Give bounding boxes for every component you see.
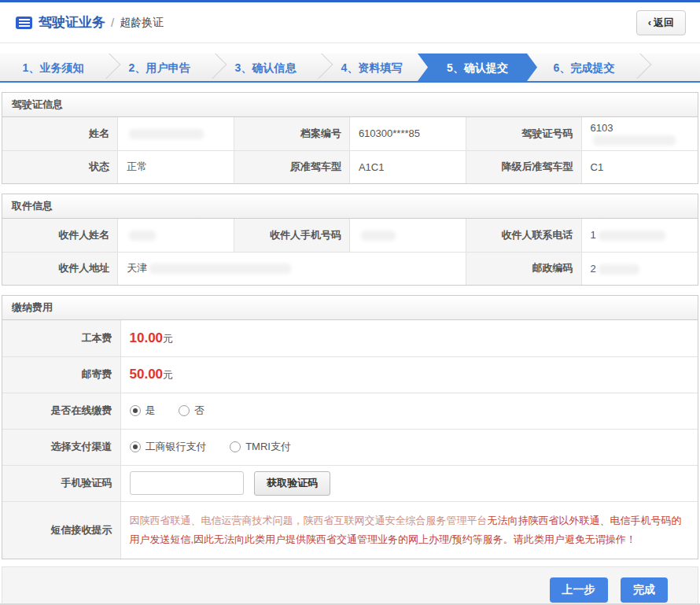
recipient-name-label: 收件人姓名	[2, 219, 118, 252]
page-header: 驾驶证业务 / 超龄换证 ‹返回	[0, 2, 700, 43]
back-button[interactable]: ‹返回	[636, 10, 686, 35]
downgraded-class-value: C1	[581, 150, 698, 183]
work-fee-value: 10.00元	[120, 320, 698, 356]
online-pay-no-option[interactable]: 否	[179, 404, 204, 416]
pay-channel-label: 选择支付渠道	[2, 429, 120, 465]
original-class-label: 原准驾车型	[234, 150, 350, 183]
work-fee-label: 工本费	[2, 320, 120, 356]
original-class-value: A1C1	[349, 150, 466, 183]
mail-fee-value: 50.00元	[120, 356, 698, 393]
work-fee-amount: 10.00	[130, 330, 164, 345]
status-label: 状态	[2, 150, 118, 183]
payment-section: 缴纳费用 工本费 10.00元 邮寄费 50.00元 是否在线缴费 是 否 选择…	[2, 295, 698, 559]
tmri-pay-option[interactable]: TMRI支付	[230, 441, 291, 452]
footer-bar: 上一步 完成	[2, 566, 698, 605]
radio-yes[interactable]	[130, 405, 141, 416]
radio-no[interactable]	[179, 405, 190, 416]
get-sms-code-button[interactable]: 获取验证码	[254, 471, 330, 496]
icbc-pay-option[interactable]: 工商银行支付	[130, 441, 207, 452]
pay-channel-options: 工商银行支付 TMRI支付	[120, 429, 698, 465]
sms-notice-text: 因陕西省联通、电信运营商技术问题，陕西省互联网交通安全综合服务管理平台无法向持陕…	[120, 501, 698, 559]
list-icon	[16, 17, 32, 29]
table-row: 短信接收提示 因陕西省联通、电信运营商技术问题，陕西省互联网交通安全综合服务管理…	[2, 501, 698, 559]
step-6[interactable]: 6、完成提交	[531, 53, 637, 81]
sms-code-cell: 获取验证码	[120, 465, 698, 501]
online-pay-label: 是否在线缴费	[2, 393, 120, 429]
redacted-value	[129, 231, 156, 241]
redacted-value	[361, 231, 396, 241]
table-row: 收件人地址 天津 邮政编码 2	[2, 252, 698, 285]
sms-notice-label: 短信接收提示	[2, 501, 120, 559]
back-chevron-icon: ‹	[648, 17, 651, 28]
pickup-info-table: 收件人姓名 收件人手机号码 收件人联系电话 1 收件人地址 天津 邮政编码 2	[2, 219, 698, 285]
payment-table: 工本费 10.00元 邮寄费 50.00元 是否在线缴费 是 否 选择支付渠道 …	[2, 320, 698, 559]
table-row: 选择支付渠道 工商银行支付 TMRI支付	[2, 429, 698, 465]
section-title: 驾驶证信息	[2, 93, 698, 117]
recipient-name-value	[118, 219, 234, 252]
recipient-mobile-label: 收件人手机号码	[234, 219, 350, 252]
radio-tmri[interactable]	[230, 441, 241, 452]
recipient-phone-value: 1	[581, 219, 698, 252]
breadcrumb-divider: /	[111, 16, 114, 29]
page-title: 驾驶证业务	[39, 13, 105, 31]
step-wizard: 1、业务须知 2、用户申告 3、确认信息 4、资料填写 5、确认提交 6、完成提…	[0, 53, 700, 83]
step-3[interactable]: 3、确认信息	[212, 53, 319, 81]
step-2[interactable]: 2、用户申告	[106, 53, 212, 81]
back-label: 返回	[654, 17, 674, 28]
license-info-table: 姓名 档案编号 610300****85 驾驶证号码 6103 状态 正常 原准…	[2, 117, 698, 183]
file-number-label: 档案编号	[234, 117, 350, 150]
table-row: 收件人姓名 收件人手机号码 收件人联系电话 1	[2, 219, 698, 252]
license-info-section: 驾驶证信息 姓名 档案编号 610300****85 驾驶证号码 6103 状态…	[2, 92, 698, 184]
mail-fee-label: 邮寄费	[2, 356, 120, 393]
work-fee-unit: 元	[163, 333, 173, 345]
postal-code-label: 邮政编码	[466, 252, 581, 285]
step-5[interactable]: 5、确认提交	[418, 53, 537, 81]
table-row: 状态 正常 原准驾车型 A1C1 降级后准驾车型 C1	[2, 150, 698, 183]
finish-button[interactable]: 完成	[621, 577, 668, 603]
section-title: 缴纳费用	[2, 296, 698, 320]
license-number-label: 驾驶证号码	[466, 117, 581, 150]
name-value	[118, 117, 234, 150]
table-row: 邮寄费 50.00元	[2, 356, 698, 393]
table-row: 手机验证码 获取验证码	[2, 465, 698, 501]
online-pay-options: 是 否	[120, 393, 698, 429]
step-1[interactable]: 1、业务须知	[0, 53, 106, 81]
downgraded-class-label: 降级后准驾车型	[466, 150, 581, 183]
section-title: 取件信息	[2, 194, 698, 219]
recipient-mobile-value	[349, 219, 466, 252]
redacted-value	[129, 129, 204, 139]
mail-fee-unit: 元	[163, 369, 173, 381]
sms-notice-light: 因陕西省联通、电信运营商技术问题，陕西省互联网交通安全综合服务管理平台	[130, 515, 488, 526]
online-pay-yes-option[interactable]: 是	[130, 404, 156, 416]
breadcrumb-current: 超龄换证	[120, 16, 164, 30]
redacted-value	[599, 264, 639, 275]
table-row: 姓名 档案编号 610300****85 驾驶证号码 6103	[2, 117, 698, 150]
name-label: 姓名	[2, 117, 118, 150]
mail-fee-amount: 50.00	[130, 367, 164, 382]
previous-step-button[interactable]: 上一步	[550, 577, 608, 603]
redacted-value	[149, 264, 291, 274]
pickup-info-section: 取件信息 收件人姓名 收件人手机号码 收件人联系电话 1 收件人地址 天津 邮政…	[2, 194, 698, 286]
step-4[interactable]: 4、资料填写	[319, 53, 425, 81]
recipient-address-value: 天津	[118, 252, 466, 285]
recipient-address-label: 收件人地址	[2, 252, 118, 285]
postal-code-value: 2	[581, 252, 698, 285]
table-row: 工本费 10.00元	[2, 320, 698, 356]
file-number-value: 610300****85	[349, 117, 466, 150]
redacted-value	[599, 231, 665, 241]
radio-icbc[interactable]	[130, 441, 141, 452]
table-row: 是否在线缴费 是 否	[2, 393, 698, 429]
redacted-value	[593, 135, 676, 146]
status-value: 正常	[118, 150, 234, 183]
sms-code-label: 手机验证码	[2, 465, 120, 501]
recipient-phone-label: 收件人联系电话	[466, 219, 581, 252]
sms-code-input[interactable]	[130, 471, 244, 495]
license-number-value: 6103	[581, 117, 698, 150]
